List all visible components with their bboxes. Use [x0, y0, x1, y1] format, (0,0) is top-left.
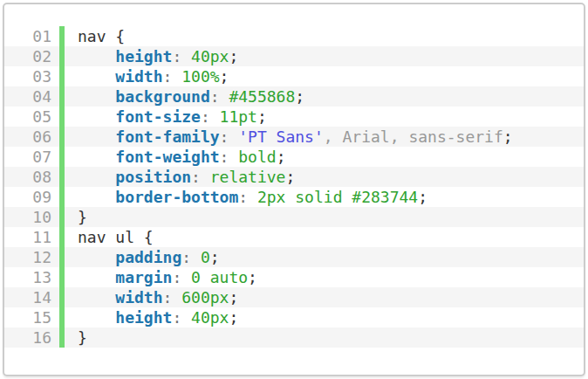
line-number: 07 — [4, 147, 59, 167]
code-token — [229, 148, 238, 166]
code-token: 'PT Sans' — [238, 127, 324, 146]
code-token: : — [220, 127, 229, 146]
code-token: ; — [257, 107, 267, 126]
code-line: 09 border-bottom: 2px solid #283744; — [4, 187, 584, 207]
code-token: bold — [238, 148, 276, 166]
code-token: : — [172, 308, 181, 327]
code-token: : — [172, 47, 181, 65]
code-token: } — [78, 208, 87, 226]
code-token: , — [324, 127, 343, 146]
code-token: ; — [285, 168, 295, 186]
code-token: ; — [229, 288, 238, 307]
code-token: , — [390, 127, 409, 146]
code-token: : — [210, 87, 220, 106]
code-text: nav ul { — [65, 227, 584, 247]
code-token — [78, 248, 115, 266]
code-text: padding: 0; — [65, 247, 584, 267]
code-token: position — [115, 168, 191, 186]
line-number: 08 — [4, 167, 59, 187]
code-token — [78, 308, 115, 327]
code-text: width: 100%; — [65, 66, 584, 86]
code-line: 02 height: 40px; — [4, 46, 584, 66]
code-line: 07 font-weight: bold; — [4, 147, 584, 167]
code-token: font-size — [115, 107, 201, 126]
code-text: nav { — [65, 26, 584, 46]
code-token: 600px — [181, 288, 229, 307]
code-text: background: #455868; — [65, 86, 584, 107]
line-number: 16 — [4, 327, 59, 348]
code-line: 05 font-size: 11pt; — [4, 107, 584, 127]
code-token — [201, 168, 210, 186]
code-text: margin: 0 auto; — [65, 267, 584, 287]
code-token — [78, 168, 115, 186]
code-area: 01nav {02 height: 40px;03 width: 100%;04… — [4, 4, 584, 348]
code-token: margin — [115, 268, 172, 286]
code-token: : — [220, 148, 229, 166]
code-token: 100% — [181, 67, 219, 86]
code-token — [181, 268, 191, 286]
code-text: font-weight: bold; — [65, 147, 584, 167]
code-token: 40px — [191, 47, 229, 65]
code-token: : — [172, 268, 181, 286]
code-token — [191, 248, 201, 266]
code-token — [229, 127, 238, 146]
code-token: font-weight — [115, 148, 219, 166]
code-token: font-family — [115, 127, 219, 146]
code-line: 04 background: #455868; — [4, 86, 584, 107]
code-line: 12 padding: 0; — [4, 247, 584, 267]
code-token: 0 — [201, 248, 210, 266]
code-token — [78, 47, 115, 65]
code-token — [172, 67, 181, 86]
code-line: 15 height: 40px; — [4, 307, 584, 327]
code-token — [78, 107, 115, 126]
code-token: : — [191, 168, 201, 186]
code-token — [78, 127, 115, 146]
line-number: 05 — [4, 107, 59, 127]
line-number: 09 — [4, 187, 59, 207]
code-token: nav ul { — [78, 228, 154, 246]
code-line: 10} — [4, 207, 584, 227]
code-text: height: 40px; — [65, 46, 584, 66]
code-line: 13 margin: 0 auto; — [4, 267, 584, 287]
code-token: height — [115, 47, 172, 65]
code-token: 2px solid #283744 — [257, 188, 418, 206]
code-token: width — [115, 67, 162, 86]
code-token: : — [181, 248, 191, 266]
code-token — [181, 47, 191, 65]
code-line: 16} — [4, 327, 584, 348]
line-number: 15 — [4, 307, 59, 327]
code-token: : — [201, 107, 210, 126]
code-token: relative — [210, 168, 286, 186]
code-text: height: 40px; — [65, 307, 584, 327]
code-token: ; — [248, 268, 257, 286]
code-token: Arial — [343, 127, 390, 146]
code-token: ; — [210, 248, 220, 266]
code-token: 40px — [191, 308, 229, 327]
code-text: font-size: 11pt; — [65, 107, 584, 127]
line-number: 03 — [4, 66, 59, 86]
code-text: } — [65, 327, 584, 348]
code-token — [78, 148, 115, 166]
code-token — [181, 308, 191, 327]
code-token — [78, 268, 115, 286]
code-line: 01nav { — [4, 26, 584, 46]
code-token — [210, 107, 220, 126]
line-number: 10 — [4, 207, 59, 227]
code-token: ; — [418, 188, 427, 206]
code-text: width: 600px; — [65, 287, 584, 307]
code-token: background — [115, 87, 209, 106]
code-line: 08 position: relative; — [4, 167, 584, 187]
code-line: 03 width: 100%; — [4, 66, 584, 86]
line-number: 12 — [4, 247, 59, 267]
code-token — [78, 67, 115, 86]
code-token: ; — [277, 148, 286, 166]
line-number: 01 — [4, 26, 59, 46]
code-text: font-family: 'PT Sans', Arial, sans-seri… — [65, 127, 584, 147]
code-token: } — [78, 328, 87, 347]
code-token: border-bottom — [115, 188, 238, 206]
code-token: sans-serif — [408, 127, 503, 146]
line-number: 06 — [4, 127, 59, 147]
code-token: ; — [229, 47, 238, 65]
code-line: 14 width: 600px; — [4, 287, 584, 307]
code-line: 11nav ul { — [4, 227, 584, 247]
